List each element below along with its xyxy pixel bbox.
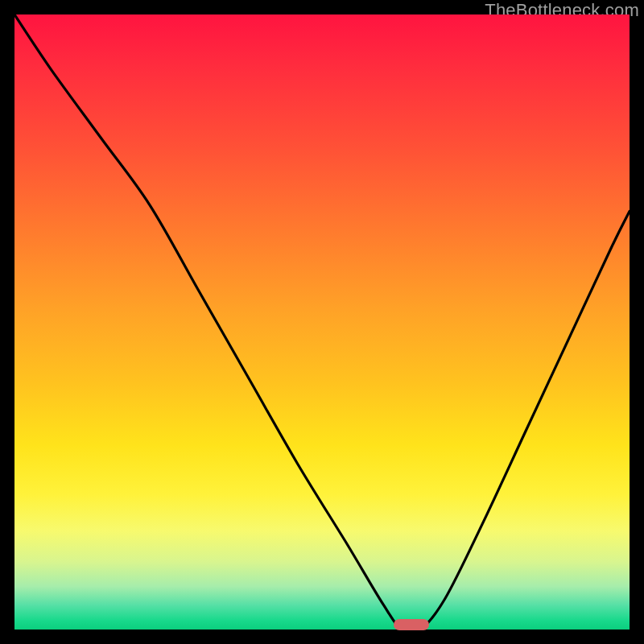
plot-area (14, 14, 630, 630)
bottleneck-curve (14, 14, 630, 630)
optimal-marker (394, 619, 429, 630)
chart-frame: TheBottleneck.com (0, 0, 644, 644)
